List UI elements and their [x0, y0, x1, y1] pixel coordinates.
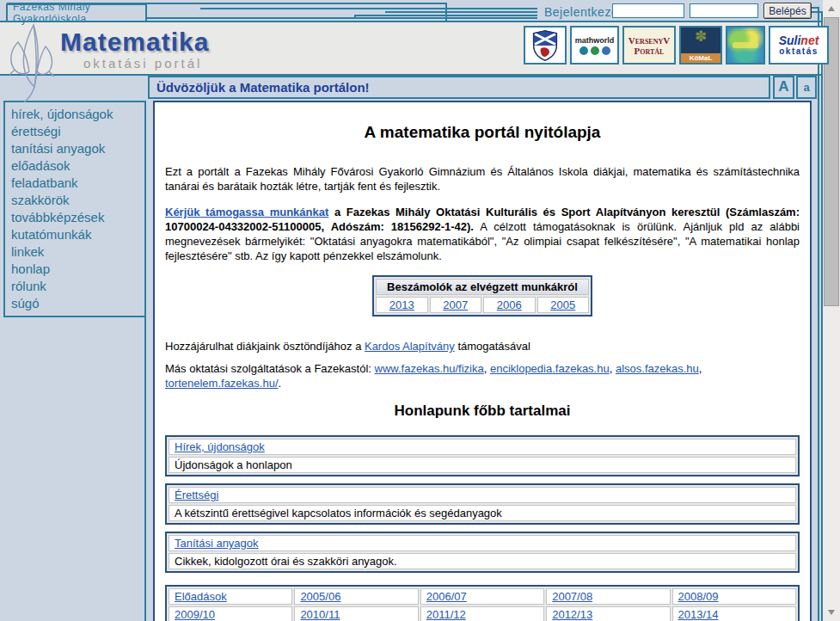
up-arrow-icon — [828, 6, 835, 11]
komal-label: KöMaL — [681, 53, 720, 63]
password-input[interactable] — [690, 3, 758, 18]
box-desc-row: A kétszintű érettségivel kapcsolatos inf… — [169, 505, 796, 521]
sidebar-item-tovabbkepzesek[interactable]: továbbképzések — [11, 209, 144, 226]
art-bar-icon — [733, 42, 757, 48]
scholarship-paragraph: Hozzájárulhat diákjaink ösztöndíjához a … — [165, 339, 800, 354]
login-button[interactable]: Belépés — [763, 3, 812, 19]
lecture-year-link[interactable]: 2006/07 — [426, 590, 467, 603]
lecture-year-link[interactable]: 2011/12 — [426, 608, 466, 621]
lecture-year-link[interactable]: 2013/14 — [678, 608, 719, 621]
partner-icon-row: mathworld VersenyV Portál ✽ KöMaL Suline… — [524, 26, 829, 65]
box-title-row: Hírek, újdonságok — [169, 439, 796, 455]
report-year-2006-link[interactable]: 2006 — [483, 297, 536, 313]
sidebar-item-eloadasok[interactable]: előadások — [11, 157, 144, 175]
versenyv-label: VersenyV — [628, 35, 670, 46]
deco-line — [811, 7, 818, 9]
school-name-box: Fazekas Mihály Gyakorlóiskola — [6, 3, 147, 22]
mathworld-label: mathworld — [575, 36, 615, 45]
versenyvizsga-portal-icon[interactable]: VersenyV Portál — [622, 26, 676, 65]
matkonyv-art-icon[interactable] — [726, 26, 765, 65]
sulinet-label: Sulinet — [779, 34, 819, 46]
report-year-2007-link[interactable]: 2007 — [430, 297, 482, 313]
reports-title: Beszámolók az elvégzett munkákról — [376, 279, 589, 295]
oktatas-label: oktatás — [779, 46, 819, 57]
content-box-tanitasi: Tanítási anyagok Cikkek, kidolgozott óra… — [165, 532, 800, 573]
sidebar-item-honlap[interactable]: honlap — [11, 261, 144, 278]
crest-shield-icon — [532, 29, 558, 62]
lecture-year-link[interactable]: 2005/06 — [300, 590, 340, 603]
deco-line — [354, 15, 537, 16]
lecture-year-link[interactable]: 2010/11 — [300, 608, 340, 621]
sidebar-separator — [144, 314, 146, 621]
down-arrow-icon — [828, 610, 835, 615]
report-year-2013-link[interactable]: 2013 — [376, 297, 428, 313]
sidebar-item-hirek[interactable]: hírek, újdonságok — [11, 106, 144, 123]
sidebar-item-rolunk[interactable]: rólunk — [11, 278, 144, 295]
section-title: Honlapunk főbb tartalmai — [165, 403, 800, 420]
sidebar-item-tanitasi-anyagok[interactable]: tanítási anyagok — [11, 140, 144, 157]
school-crest-icon[interactable] — [524, 26, 567, 65]
sidebar-item-feladatbank[interactable]: feladatbank — [11, 175, 144, 192]
sidebar-item-sugo[interactable]: súgó — [11, 295, 144, 312]
lectures-table: Előadások 2005/06 2006/07 2007/08 2008/0… — [165, 585, 800, 621]
support-link[interactable]: Kérjük támogassa munkánkat — [165, 206, 328, 218]
sidebar-menu: hírek, újdonságok érettségi tanítási any… — [3, 101, 146, 317]
deco-line — [818, 7, 819, 621]
font-size-large-button[interactable]: A — [773, 76, 794, 99]
kardos-alapitvany-link[interactable]: Kardos Alapítvány — [365, 340, 455, 353]
deco-line — [200, 8, 537, 9]
erettsegi-link[interactable]: Érettségi — [175, 489, 218, 501]
scroll-up-button[interactable] — [823, 2, 840, 15]
mathworld-icon[interactable]: mathworld — [570, 26, 619, 65]
sidebar-item-szakkorok[interactable]: szakkörök — [11, 192, 144, 209]
leaf-logo — [3, 23, 61, 102]
komal-flower-icon: ✽ — [695, 29, 707, 45]
sidebar-item-erettsegi[interactable]: érettségi — [11, 123, 144, 140]
sidebar-item-linkek[interactable]: linkek — [11, 243, 144, 261]
report-year-2005-link[interactable]: 2005 — [537, 297, 590, 313]
lecture-year-link[interactable]: 2012/13 — [552, 608, 592, 621]
lecture-year-link[interactable]: 2008/09 — [678, 590, 719, 603]
sidebar-item-kutatomunkak[interactable]: kutatómunkák — [11, 226, 144, 243]
enciklopedia-link[interactable]: enciklopedia.fazekas.hu — [490, 362, 610, 375]
reports-table: Beszámolók az elvégzett munkákról 2013 2… — [372, 275, 592, 317]
intro-paragraph: Ezt a portált a Fazekas Mihály Fővárosi … — [165, 164, 800, 194]
services-paragraph: Más oktatási szolgáltatások a Fazekastól… — [165, 361, 800, 390]
sulinet-icon[interactable]: Sulinet oktatás — [769, 26, 829, 65]
content-box-erettsegi: Érettségi A kétszintű érettségivel kapcs… — [165, 483, 800, 525]
lecture-year-link[interactable]: 2009/10 — [175, 608, 215, 621]
komal-icon[interactable]: ✽ KöMaL — [679, 26, 722, 65]
hirek-link[interactable]: Hírek, újdonságok — [175, 440, 265, 453]
lectures-row-1: Előadások 2005/06 2006/07 2007/08 2008/0… — [169, 588, 796, 605]
school-name-label: Fazekas Mihály Gyakorlóiskola — [13, 1, 145, 25]
lecture-year-link[interactable]: 2007/08 — [552, 590, 592, 603]
deco-line — [811, 11, 821, 13]
support-paragraph: Kérjük támogassa munkánkat a Fazekas Mih… — [165, 205, 800, 263]
page-title: A matematika portál nyitólapja — [165, 123, 800, 142]
eloadasok-link[interactable]: Előadások — [175, 590, 227, 603]
deco-line — [354, 15, 356, 19]
box-title-row: Érettségi — [169, 487, 796, 503]
mathworld-shapes-icon — [579, 46, 610, 55]
site-subtitle: oktatási portál — [83, 56, 202, 71]
scrollbar[interactable] — [823, 0, 840, 621]
reports-years-row: 2013 2007 2006 2005 — [376, 297, 589, 313]
portal-label: Portál — [635, 46, 665, 56]
content-box-hirek: Hírek, újdonságok Újdonságok a honlapon — [165, 435, 800, 477]
deco-line — [385, 11, 537, 13]
box-desc-row: Cikkek, kidolgozott órai és szakköri any… — [169, 553, 796, 569]
box-title-row: Tanítási anyagok — [169, 535, 796, 551]
lectures-row-2: 2009/10 2010/11 2011/12 2012/13 2013/14 — [169, 606, 796, 621]
deco-line — [146, 17, 537, 19]
main-content: A matematika portál nyitólapja Ezt a por… — [153, 101, 812, 621]
font-size-small-button[interactable]: a — [796, 76, 817, 99]
tortenelem-link[interactable]: tortenelem.fazekas.hu/ — [165, 377, 279, 390]
tanitasi-anyagok-link[interactable]: Tanítási anyagok — [175, 537, 259, 550]
username-input[interactable] — [612, 3, 684, 18]
alsos-link[interactable]: alsos.fazekas.hu — [616, 362, 699, 375]
box-desc-row: Újdonságok a honlapon — [169, 457, 796, 473]
site-title: Matematika — [60, 28, 209, 57]
welcome-bar: Üdvözöljük a Matematika portálon! — [148, 76, 770, 99]
fazekas-fizika-link[interactable]: www.fazekas.hu/fizika — [375, 362, 484, 375]
scroll-down-button[interactable] — [823, 606, 840, 619]
